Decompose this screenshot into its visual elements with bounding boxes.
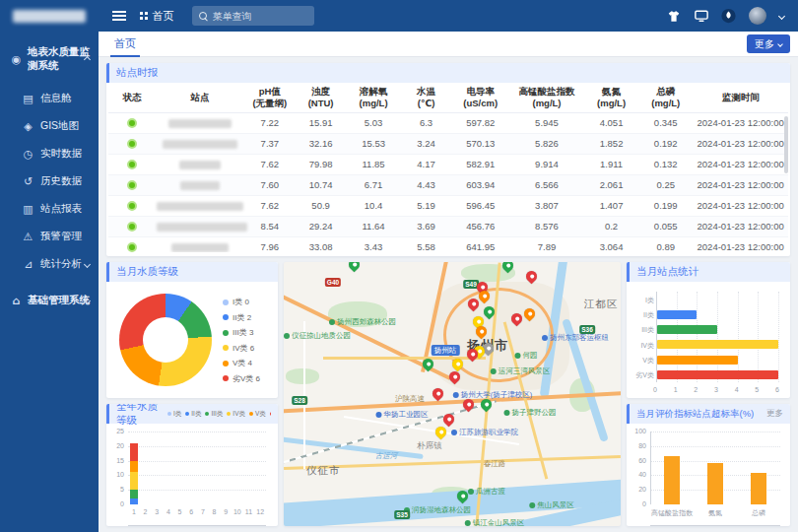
legend-item: I类 0 (223, 295, 260, 310)
time-cell: 2024-01-23 12:00:00 (693, 195, 788, 216)
col-header-name: 电导率 (452, 86, 508, 98)
gridline (697, 292, 698, 382)
stack-segment-II类 (130, 499, 138, 504)
sidebar-item-GIS地图[interactable]: ◈GIS地图 (0, 112, 99, 140)
sidebar-menu-label: 基础管理系统 (28, 294, 90, 307)
sidebar-item-预警管理[interactable]: ⚠预警管理 (0, 223, 99, 250)
user-menu-chevron-icon[interactable] (778, 12, 785, 19)
panel-more-link[interactable]: 更多 (766, 408, 783, 420)
value-cell: 4.051 (584, 112, 638, 133)
sidebar-item-实时数据[interactable]: ◷实时数据 (0, 140, 99, 167)
y-tick-label: 80 (629, 442, 646, 449)
sidebar-item-站点报表[interactable]: ▥站点报表 (0, 195, 99, 223)
value-cell: 10.4 (346, 195, 400, 216)
col-header-name: pH值 (245, 86, 295, 98)
value-cell: 570.13 (451, 133, 509, 154)
y-tick-label: 20 (629, 486, 646, 493)
legend-label: III类 3 (233, 327, 253, 338)
station-name-cell (156, 133, 244, 154)
y-axis (650, 432, 651, 504)
more-button[interactable]: 更多 (747, 34, 790, 53)
topbar-actions (666, 7, 798, 25)
status-cell (108, 195, 156, 216)
map-label-park: 仪征捺山地质公园 (284, 331, 351, 341)
map-pin-yellow[interactable] (433, 425, 449, 440)
y-tick-label: 5 (108, 486, 124, 493)
tab-home[interactable]: 首页 (110, 32, 140, 57)
legend-item: V类 4 (223, 356, 260, 371)
notification-flame-icon[interactable] (721, 9, 736, 24)
x-tick-label: 2 (142, 508, 150, 515)
menu-toggle-icon[interactable] (112, 11, 126, 21)
legend-dot (223, 345, 229, 351)
station-name-redacted (163, 140, 237, 149)
value-cell: 79.98 (296, 154, 347, 174)
y-category-label: IV类 (629, 341, 654, 351)
map-pin-green[interactable] (347, 262, 363, 272)
x-tick-label: 4 (165, 508, 172, 515)
stats-icon: ⊿ (22, 258, 34, 271)
col-header-状态: 状态 (108, 83, 156, 112)
y-tick-label: 0 (108, 500, 124, 507)
nav-home-link[interactable]: 首页 (140, 9, 174, 24)
y-category-label: V类 (629, 356, 654, 366)
station-name-redacted (179, 161, 221, 169)
x-tick-label: 0 (653, 386, 657, 393)
status-cell (108, 112, 156, 133)
status-cell (108, 174, 156, 195)
legend-label: 劣V类 6 (233, 373, 260, 384)
user-avatar[interactable] (749, 7, 766, 25)
map-park-area (286, 368, 319, 384)
gridline (650, 432, 780, 432)
col-header-溶解氧: 溶解氧(mg/L) (346, 83, 400, 112)
sidebar-item-label: 统计分析 (40, 257, 82, 271)
sidebar-item-label: 站点报表 (40, 202, 82, 216)
time-cell: 2024-01-23 12:00:00 (693, 133, 788, 154)
vbar-高锰酸盐指数 (664, 456, 680, 504)
y-category-label: III类 (629, 325, 654, 335)
value-cell: 0.199 (638, 195, 693, 216)
report-icon: ▥ (22, 203, 34, 216)
x-tick-label: 4 (735, 386, 739, 393)
x-tick-label: 7 (199, 508, 207, 515)
sidebar-item-信息舱[interactable]: ▤信息舱 (0, 85, 99, 112)
status-cell (108, 216, 156, 236)
legend-dot (249, 412, 253, 416)
table-row[interactable]: 7.6010.746.714.43603.946.5662.0610.25202… (108, 174, 788, 195)
theme-skin-icon[interactable] (666, 9, 681, 24)
col-header-站点: 站点 (156, 83, 244, 112)
sidebar-item-历史数据[interactable]: ↺历史数据 (0, 167, 99, 195)
station-map[interactable]: 扬州市江都区仪征市扬州西郊森林公园仪征捺山地质公园何园运河三湾风景区扬州大学(扬… (284, 262, 621, 526)
sidebar-menu-water-system[interactable]: ◉ 地表水质量监测系统 (0, 32, 99, 85)
table-row[interactable]: 7.2215.915.036.3597.825.9454.0510.345202… (108, 112, 788, 133)
x-tick-label: 5 (176, 508, 184, 515)
panel-title: 当月站点统计 (636, 265, 698, 279)
station-name-cell (156, 174, 244, 195)
panel-title: 当月评价指标站点超标率(%) (636, 408, 754, 421)
status-online-dot (127, 139, 137, 149)
monthly-grade-donut-chart: I类 0II类 2III类 3IV类 6V类 4劣V类 6 (106, 282, 278, 398)
table-scrollbar[interactable] (784, 116, 788, 173)
search-input[interactable] (213, 11, 301, 22)
sidebar-item-统计分析[interactable]: ⊿统计分析 (0, 250, 99, 278)
map-pin-red[interactable] (431, 386, 446, 402)
x-tick-label: 10 (233, 508, 241, 515)
value-cell: 7.89 (509, 236, 584, 252)
road-shield: S36 (579, 325, 595, 334)
x-category-label: 总磷 (733, 508, 784, 518)
table-row[interactable]: 7.6279.9811.854.17582.919.9141.9110.1322… (108, 154, 788, 174)
menu-search[interactable] (192, 6, 314, 26)
table-row[interactable]: 8.5429.2411.643.69456.768.5760.20.055202… (108, 216, 788, 236)
station-name-redacted (180, 181, 220, 190)
monthly-station-stats-panel: 当月站点统计 0123456I类II类III类IV类V类劣V类 (627, 262, 790, 398)
col-header-unit: (mg/L) (639, 98, 692, 109)
sidebar-menu-base-system[interactable]: ⌂ 基础管理系统 (0, 278, 99, 319)
value-cell: 3.807 (509, 195, 584, 216)
layout-screen-icon[interactable] (694, 9, 708, 24)
value-cell: 5.58 (401, 236, 452, 252)
table-row[interactable]: 7.9633.083.435.58641.957.893.0640.892024… (108, 236, 788, 252)
table-row[interactable]: 7.6250.910.45.19596.453.8071.4070.199202… (108, 195, 788, 216)
table-row[interactable]: 7.3732.1615.533.24570.135.8261.8520.1922… (108, 133, 788, 154)
col-header-name: 浊度 (297, 86, 346, 98)
panel-title: 站点时报 (116, 66, 158, 80)
